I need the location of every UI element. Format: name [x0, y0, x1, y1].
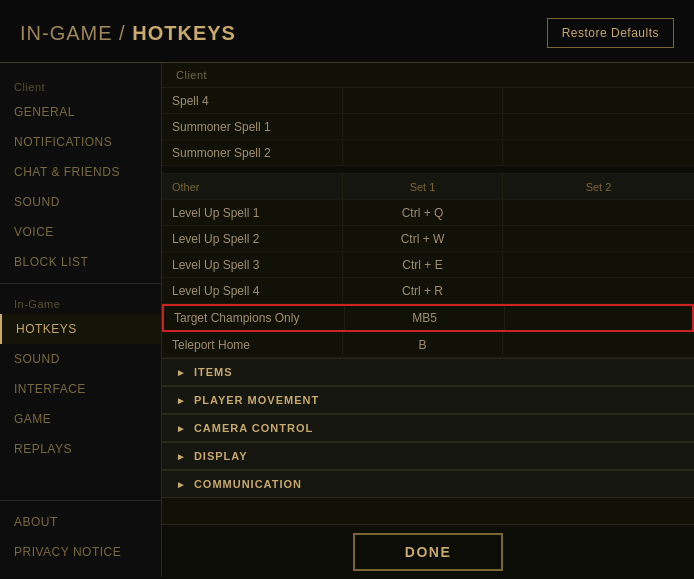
page-title: IN-GAME / HOTKEYS [20, 22, 236, 45]
table-row: Teleport Home B [162, 332, 694, 358]
items-section-label: ITEMS [194, 366, 233, 378]
sidebar-item-notifications[interactable]: NOTIFICATIONS [0, 127, 161, 157]
table-row: Level Up Spell 2 Ctrl + W [162, 226, 694, 252]
levelup1-set2[interactable] [502, 200, 694, 225]
player-movement-section-label: PLAYER MOVEMENT [194, 394, 319, 406]
table-row: Level Up Spell 4 Ctrl + R [162, 278, 694, 304]
camera-control-section-label: CAMERA CONTROL [194, 422, 313, 434]
communication-section-label: COMMUNICATION [194, 478, 302, 490]
target-champions-name: Target Champions Only [164, 306, 344, 330]
display-section-label: DISPLAY [194, 450, 248, 462]
summoner1-set1[interactable] [342, 114, 502, 139]
display-section-header[interactable]: ► DISPLAY [162, 442, 694, 470]
target-champions-set2[interactable] [504, 306, 692, 330]
spell4-set1[interactable] [342, 88, 502, 113]
ingame-section-label: In-Game [0, 290, 161, 314]
communication-arrow-icon: ► [176, 479, 186, 490]
table-row: Summoner Spell 1 [162, 114, 694, 140]
sidebar-item-sound[interactable]: SOUND [0, 187, 161, 217]
levelup3-set2[interactable] [502, 252, 694, 277]
sidebar-item-general[interactable]: GENERAL [0, 97, 161, 127]
client-header: Client [162, 63, 694, 88]
camera-control-arrow-icon: ► [176, 423, 186, 434]
sidebar-item-block-list[interactable]: BLOCK LIST [0, 247, 161, 277]
content-wrapper: Client Spell 4 Summoner Spell 1 Summoner… [162, 63, 694, 548]
levelup3-name: Level Up Spell 3 [162, 252, 342, 277]
client-section-label: Client [0, 73, 161, 97]
target-champions-row: Target Champions Only MB5 [162, 304, 694, 332]
summoner1-set2[interactable] [502, 114, 694, 139]
sidebar: Client GENERAL NOTIFICATIONS CHAT & FRIE… [0, 63, 162, 577]
sidebar-item-game[interactable]: GAME [0, 404, 161, 434]
table-spacer [162, 166, 694, 174]
sidebar-item-voice[interactable]: VOICE [0, 217, 161, 247]
player-movement-arrow-icon: ► [176, 395, 186, 406]
footer: DONE [162, 524, 694, 579]
done-button[interactable]: DONE [353, 533, 503, 571]
page-header: IN-GAME / HOTKEYS Restore Defaults [0, 0, 694, 63]
sidebar-item-about[interactable]: About [0, 507, 161, 537]
sidebar-item-privacy[interactable]: PRIVACY NOTICE [0, 537, 161, 567]
levelup2-set2[interactable] [502, 226, 694, 251]
sidebar-divider [0, 283, 161, 284]
items-arrow-icon: ► [176, 367, 186, 378]
restore-defaults-button[interactable]: Restore Defaults [547, 18, 674, 48]
sidebar-item-chat-friends[interactable]: CHAT & FRIENDS [0, 157, 161, 187]
content-area: Client Spell 4 Summoner Spell 1 Summoner… [162, 63, 694, 577]
other-column-header: Other Set 1 Set 2 [162, 174, 694, 200]
spell4-set2[interactable] [502, 88, 694, 113]
col-other: Other [162, 174, 342, 199]
levelup4-set1[interactable]: Ctrl + R [342, 278, 502, 303]
sidebar-item-interface[interactable]: INTERFACE [0, 374, 161, 404]
camera-control-section-header[interactable]: ► CAMERA CONTROL [162, 414, 694, 442]
target-champions-set1[interactable]: MB5 [344, 306, 504, 330]
teleport-name: Teleport Home [162, 332, 342, 357]
teleport-set1[interactable]: B [342, 332, 502, 357]
teleport-set2[interactable] [502, 332, 694, 357]
display-arrow-icon: ► [176, 451, 186, 462]
levelup1-name: Level Up Spell 1 [162, 200, 342, 225]
spell4-name: Spell 4 [162, 88, 342, 113]
levelup2-name: Level Up Spell 2 [162, 226, 342, 251]
levelup3-set1[interactable]: Ctrl + E [342, 252, 502, 277]
sidebar-item-sound-ig[interactable]: SOUND [0, 344, 161, 374]
col-set2: Set 2 [502, 174, 694, 199]
table-row: Level Up Spell 1 Ctrl + Q [162, 200, 694, 226]
items-section-header[interactable]: ► ITEMS [162, 358, 694, 386]
levelup2-set1[interactable]: Ctrl + W [342, 226, 502, 251]
communication-section-header[interactable]: ► COMMUNICATION [162, 470, 694, 498]
summoner2-set2[interactable] [502, 140, 694, 165]
levelup4-name: Level Up Spell 4 [162, 278, 342, 303]
table-row: Summoner Spell 2 [162, 140, 694, 166]
table-row: Spell 4 [162, 88, 694, 114]
sidebar-divider-2 [0, 500, 161, 501]
sidebar-item-hotkeys[interactable]: HOTKEYS [0, 314, 161, 344]
summoner2-set1[interactable] [342, 140, 502, 165]
player-movement-section-header[interactable]: ► PLAYER MOVEMENT [162, 386, 694, 414]
sidebar-bottom: About PRIVACY NOTICE [0, 494, 161, 577]
levelup1-set1[interactable]: Ctrl + Q [342, 200, 502, 225]
levelup4-set2[interactable] [502, 278, 694, 303]
col-set1: Set 1 [342, 174, 502, 199]
main-layout: Client GENERAL NOTIFICATIONS CHAT & FRIE… [0, 63, 694, 577]
summoner2-name: Summoner Spell 2 [162, 140, 342, 165]
sidebar-item-replays[interactable]: REPLAYS [0, 434, 161, 464]
summoner1-name: Summoner Spell 1 [162, 114, 342, 139]
table-row: Level Up Spell 3 Ctrl + E [162, 252, 694, 278]
